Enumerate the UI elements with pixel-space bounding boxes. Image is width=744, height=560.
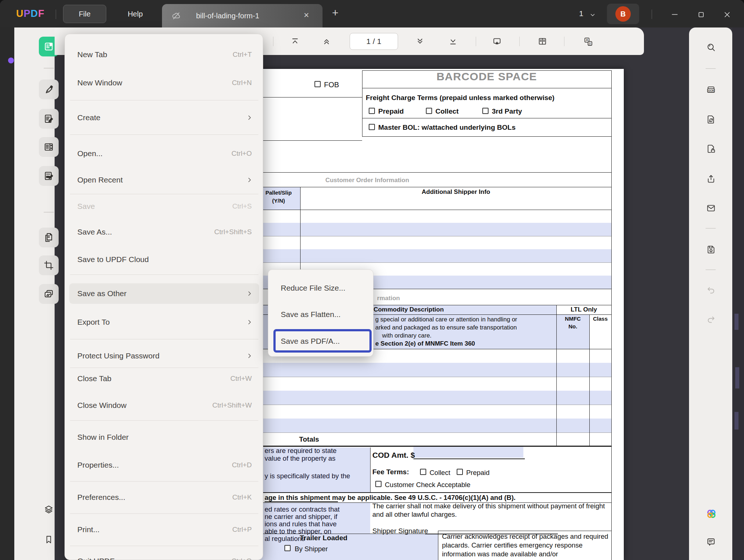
menu-item-properties[interactable]: Properties...Ctrl+D [69, 455, 259, 475]
shipper-signature-label: Shipper Signature [372, 527, 428, 535]
submenu-item-save-as-flatten[interactable]: Save as Flatten... [272, 304, 370, 325]
menu-divider [70, 275, 258, 275]
menu-divider [70, 420, 258, 421]
email-icon[interactable] [706, 203, 716, 213]
save-icon[interactable] [706, 244, 716, 255]
avatar-button[interactable]: B [607, 4, 639, 24]
table-border [438, 531, 611, 531]
convert-icon[interactable] [706, 114, 716, 125]
fee-prepaid-checkbox[interactable] [457, 469, 463, 475]
redo-icon[interactable] [706, 314, 716, 324]
document-tab[interactable]: bill-of-lading-form-1 ✕ [162, 4, 323, 27]
collect-checkbox[interactable] [426, 108, 432, 114]
previous-page-icon[interactable] [322, 37, 331, 46]
submenu-item-reduce-file-size[interactable]: Reduce File Size... [272, 278, 370, 298]
sidebar-crop-icon[interactable] [39, 255, 59, 275]
highlight-box-save-as-pdfa [273, 329, 372, 353]
document-permissions-icon[interactable] [706, 144, 716, 154]
left-sidebar [14, 27, 55, 560]
note-text: ers are required to state [265, 447, 336, 455]
menu-item-save-to-updf-cloud[interactable]: Save to UPDF Cloud [69, 249, 259, 270]
menu-item-preferences[interactable]: Preferences...Ctrl+K [69, 487, 259, 508]
sidebar-annotate-icon[interactable] [39, 109, 59, 129]
file-menu-button[interactable]: File [63, 5, 106, 23]
menu-item-new-window[interactable]: New WindowCtrl+N [69, 73, 259, 93]
sidebar-highlighter-icon[interactable] [39, 80, 59, 99]
menu-item-create[interactable]: Create [69, 107, 259, 128]
menu-item-print[interactable]: Print...Ctrl+P [69, 519, 259, 540]
maximize-icon[interactable] [698, 11, 704, 18]
sidebar-edit-page-icon[interactable] [39, 166, 59, 186]
desktop-edge-strip [0, 27, 14, 560]
fee-prepaid-label: Prepaid [466, 469, 490, 477]
cod-amount-field[interactable] [413, 447, 523, 458]
menu-item-save-as-other[interactable]: Save as Other [69, 283, 259, 304]
prepaid-label: Prepaid [378, 107, 404, 115]
undo-icon[interactable] [706, 285, 716, 295]
sidebar-copy-pages-icon[interactable] [39, 228, 59, 247]
commodity-desc-line: with ordinary care. [382, 332, 432, 339]
menu-divider [70, 546, 258, 546]
close-icon[interactable] [724, 11, 730, 18]
search-icon[interactable] [706, 42, 716, 52]
menu-item-show-in-folder[interactable]: Show in Folder [69, 427, 259, 447]
last-page-icon[interactable] [448, 37, 458, 46]
menu-item-open-recent[interactable]: Open Recent [69, 170, 259, 190]
menu-item-open[interactable]: Open...Ctrl+O [69, 143, 259, 164]
usc-line: age in this shipment may be applicable. … [265, 494, 516, 502]
background-fragment [734, 314, 739, 330]
minimize-icon[interactable] [671, 11, 678, 18]
two-page-view-icon[interactable] [538, 37, 547, 46]
file-menu: New TabCtrl+T New WindowCtrl+N Create Op… [65, 34, 263, 560]
chevron-right-icon [246, 352, 253, 360]
ai-assistant-icon[interactable] [706, 508, 717, 519]
cloud-offline-icon [172, 11, 181, 21]
fee-collect-checkbox[interactable] [420, 469, 426, 475]
titlebar-divider [652, 10, 652, 19]
tab-close-icon[interactable]: ✕ [303, 11, 309, 19]
sidebar-flatten-slides-icon[interactable] [39, 284, 59, 304]
menu-item-close-tab[interactable]: Close TabCtrl+W [69, 368, 259, 389]
notification-dot [8, 58, 14, 63]
first-page-icon[interactable] [290, 37, 300, 46]
presentation-icon[interactable] [492, 37, 502, 46]
menu-item-new-tab[interactable]: New TabCtrl+T [69, 44, 259, 65]
by-shipper-checkbox[interactable] [284, 545, 291, 551]
class-header: Class [593, 316, 608, 322]
page-indicator[interactable]: 1 / 1 [350, 33, 398, 50]
ocr-icon[interactable]: OCR [706, 85, 716, 95]
table-border [362, 136, 611, 137]
share-icon[interactable] [706, 174, 716, 184]
menu-divider [70, 513, 258, 514]
help-menu-button[interactable]: Help [122, 5, 148, 23]
sidebar-organize-pages-icon[interactable] [39, 137, 59, 157]
menu-item-protect-using-password[interactable]: Protect Using Password [69, 346, 259, 366]
background-fragment [734, 412, 739, 430]
customer-check-checkbox[interactable] [375, 481, 382, 487]
menu-item-export-to[interactable]: Export To [69, 312, 259, 332]
fob-label: FOB [324, 81, 339, 89]
translate-icon[interactable]: A文 [583, 37, 593, 47]
master-bol-label: Master BOL: w/attached underlying BOLs [378, 124, 516, 132]
cod-underline [413, 458, 525, 459]
chevron-right-icon [246, 176, 253, 184]
third-party-label: 3rd Party [492, 107, 522, 115]
barcode-space-label: BARCODE SPACE [437, 70, 537, 83]
page-dropdown[interactable]: 1 [579, 9, 583, 18]
fob-checkbox[interactable] [314, 81, 321, 87]
master-bol-checkbox[interactable] [369, 124, 375, 130]
prepaid-checkbox[interactable] [369, 108, 375, 114]
menu-item-quit-updf[interactable]: Quit UPDFCtrl+Q [69, 551, 259, 560]
third-party-checkbox[interactable] [482, 108, 489, 114]
next-page-icon[interactable] [415, 37, 425, 46]
chevron-right-icon [246, 114, 253, 121]
new-tab-button[interactable]: + [332, 7, 339, 19]
menu-item-save-as[interactable]: Save As...Ctrl+Shift+S [69, 222, 259, 242]
menu-item-close-window[interactable]: Close WindowCtrl+Shift+W [69, 395, 259, 416]
sidebar-bookmark-icon[interactable] [39, 530, 59, 549]
right-sidebar-divider [706, 68, 716, 69]
feedback-icon[interactable] [706, 537, 716, 547]
sidebar-divider [44, 68, 54, 69]
carrier-ack-note: Carrier acknowledges receipt of packages… [442, 532, 609, 559]
sidebar-layers-icon[interactable] [39, 500, 59, 519]
